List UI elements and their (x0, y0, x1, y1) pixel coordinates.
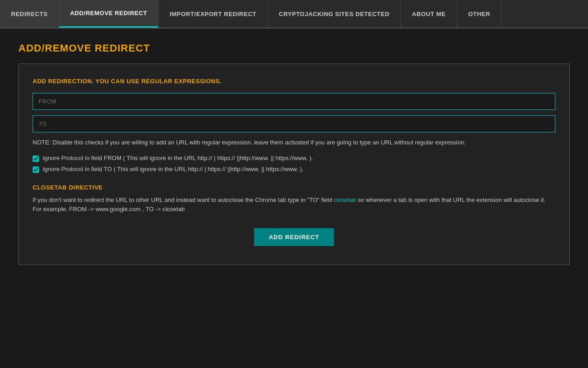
nav-item-cryptojacking[interactable]: CRYPTOJACKING SITES DETECTED (268, 0, 401, 28)
nav-item-add-remove-redirect[interactable]: ADD/REMOVE REDIRECT (59, 0, 159, 28)
directive-title: CLOSETAB DIRECTIVE (33, 184, 555, 191)
add-redirect-button[interactable]: ADD REDIRECT (254, 228, 334, 246)
nav-item-redirects[interactable]: REDIRECTS (0, 0, 59, 28)
checkbox-from-label: Ignore Protocol in field FROM ( This wil… (43, 155, 313, 161)
directive-text: If you don't want to redirect the URL to… (33, 196, 555, 215)
checkbox-to-row[interactable]: Ignore Protocol in field TO ( This will … (33, 166, 555, 173)
checkbox-to-label: Ignore Protocol in field TO ( This will … (43, 166, 304, 172)
nav-bar: REDIRECTS ADD/REMOVE REDIRECT IMPORT/EXP… (0, 0, 588, 29)
checkboxes-section: Ignore Protocol in field FROM ( This wil… (33, 155, 555, 173)
checkbox-to[interactable] (33, 167, 39, 173)
card: ADD REDIRECTION. YOU CAN USE REGULAR EXP… (18, 63, 570, 265)
nav-item-other[interactable]: OTHER (457, 0, 502, 28)
section-title: ADD REDIRECTION. YOU CAN USE REGULAR EXP… (33, 78, 555, 85)
checkbox-from-row[interactable]: Ignore Protocol in field FROM ( This wil… (33, 155, 555, 162)
to-input[interactable] (33, 115, 555, 132)
main-content: ADD/REMOVE REDIRECT ADD REDIRECTION. YOU… (0, 29, 588, 279)
nav-item-import-export-redirect[interactable]: IMPORT/EXPORT REDIRECT (158, 0, 268, 28)
note-text: NOTE: Disable this checks if you are wil… (33, 138, 555, 147)
directive-highlight: closetab (334, 196, 356, 203)
directive-text-1: If you don't want to redirect the URL to… (33, 196, 334, 203)
checkbox-from[interactable] (33, 155, 39, 162)
from-input[interactable] (33, 93, 555, 110)
nav-item-about-me[interactable]: ABOUT ME (401, 0, 457, 28)
page-title: ADD/REMOVE REDIRECT (18, 42, 570, 54)
